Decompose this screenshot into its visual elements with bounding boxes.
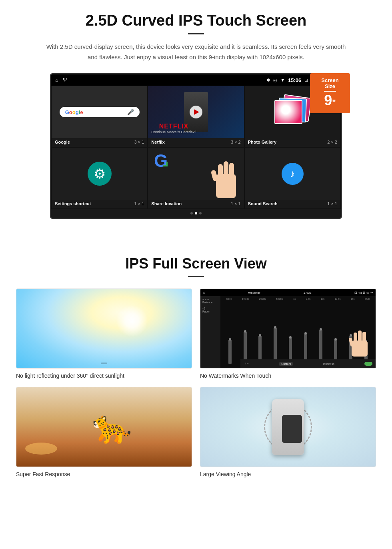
cheetah-image-box: 🐆 <box>16 387 192 467</box>
share-app-size: 1 × 1 <box>231 201 241 206</box>
settings-app-name: Settings shortcut <box>55 201 91 206</box>
sun-glow <box>116 305 148 337</box>
cheetah-shape: 🐆 <box>92 408 132 446</box>
device-screen: ⌂ Ψ ✱ ◎ ▼ 15:06 ⊡ ◁) ⊠ ▭ ↩ <box>50 73 342 219</box>
feature-cheetah: 🐆 Super Fast Response <box>16 387 192 477</box>
settings-app-size: 1 × 1 <box>134 201 144 206</box>
amp-left-panel: ≡ ≡ ≡Balance ◁)Fader <box>200 296 220 368</box>
balance-label: ≡ ≡ ≡Balance <box>202 298 218 304</box>
amp-time: 17:33 <box>304 291 312 295</box>
feature-grid: No light reflecting under 360° direct su… <box>16 289 376 477</box>
gear-icon-large <box>88 162 112 186</box>
eq-freq-labels: 60Hz100Hz200Hz500Hz1k2.5k10k12.5k15kSUB <box>220 296 376 302</box>
dots-indicator <box>51 209 341 218</box>
google-label-row: Google 3 × 1 <box>52 138 147 147</box>
gallery-app-size: 2 × 2 <box>327 140 337 144</box>
settings-content <box>52 148 147 200</box>
wifi-icon: ▼ <box>280 78 285 82</box>
sunlight-image-box <box>16 289 192 369</box>
dot-2 <box>195 212 197 214</box>
google-g-logo: G <box>154 152 170 171</box>
feature-sunlight: No light reflecting under 360° direct su… <box>16 289 192 379</box>
share-location-cell[interactable]: G <box>148 147 244 209</box>
mic-icon: 🎤 <box>127 109 134 115</box>
section2-underline <box>188 276 204 277</box>
eq-bar-7 <box>319 330 322 364</box>
svg-rect-3 <box>224 161 228 177</box>
svg-rect-2 <box>218 164 223 178</box>
amplifier-screen: ⌂ Amplifier 17:33 ⊡ ◁) ⊠ ▭ ↩ ≡ ≡ ≡Balanc… <box>200 289 376 368</box>
amplifier-caption: No Watermarks When Touch <box>200 373 376 379</box>
section1-description: With 2.5D curved-display screen, this de… <box>44 42 348 62</box>
amp-back: 〈← <box>244 362 249 366</box>
car-image <box>200 387 376 467</box>
amp-content: ≡ ≡ ≡Balance ◁)Fader 60Hz100Hz200Hz500Hz… <box>200 296 376 368</box>
feature-car: Large Viewing Angle <box>200 387 376 477</box>
amp-title: Amplifier <box>248 291 260 295</box>
fader-label: ◁)Fader <box>202 307 218 313</box>
photo-stack <box>274 96 310 128</box>
amp-bottom-bar: 〈← Custom loudness <box>240 359 376 368</box>
google-search-bar[interactable]: Google 🎤 <box>60 107 140 117</box>
netflix-info: NETFLIX Continue Marvel's Daredevil <box>151 123 196 134</box>
gallery-app-name: Photo Gallery <box>248 140 277 144</box>
sound-app-name: Sound Search <box>248 201 278 206</box>
google-app-size: 3 × 1 <box>134 140 144 144</box>
status-left: ⌂ Ψ <box>55 77 67 83</box>
badge-divider <box>324 91 336 92</box>
sound-search-cell[interactable]: ♪ Sound Search 1 × 1 <box>244 147 341 209</box>
device-mockup: Screen Size 9" ⌂ Ψ ✱ ◎ ▼ 15:06 ⊡ ◁) <box>50 73 342 219</box>
netflix-app-size: 3 × 2 <box>231 140 241 144</box>
amp-top-bar: ⌂ Amplifier 17:33 ⊡ ◁) ⊠ ▭ ↩ <box>200 289 376 296</box>
netflix-app-name: Netflix <box>151 140 165 144</box>
cheetah-caption: Super Fast Response <box>16 471 192 477</box>
badge-label: Screen Size <box>316 77 344 89</box>
svg-rect-9 <box>362 332 366 344</box>
google-logo: Google <box>65 109 83 115</box>
eq-bar-4 <box>274 328 277 364</box>
section-divider <box>16 239 376 239</box>
svg-rect-1 <box>216 174 236 198</box>
netflix-label-row: Netflix 3 × 2 <box>148 138 244 147</box>
sunlight-image <box>16 289 192 368</box>
home-icon: ⌂ <box>55 77 58 83</box>
dot-1 <box>190 212 193 214</box>
camera-icon: ⊡ <box>304 78 308 83</box>
eq-bar-1 <box>228 340 232 364</box>
cheetah-image: 🐆 <box>16 387 192 467</box>
svg-rect-7 <box>354 333 357 344</box>
gallery-label-row: Photo Gallery 2 × 2 <box>245 138 340 147</box>
play-button[interactable] <box>190 106 202 118</box>
svg-rect-8 <box>358 331 362 343</box>
pointing-hand <box>206 148 244 200</box>
netflix-content: NETFLIX Continue Marvel's Daredevil <box>148 86 244 138</box>
svg-text:G: G <box>154 152 168 170</box>
badge-size: 9" <box>316 93 344 108</box>
toggle-switch[interactable] <box>364 362 372 366</box>
car-image-box <box>200 387 376 467</box>
share-app-name: Share location <box>151 201 182 206</box>
sound-icon: ♪ <box>282 163 304 185</box>
app-grid: Google 🎤 Google 3 × 1 <box>51 86 341 209</box>
settings-label-row: Settings shortcut 1 × 1 <box>52 200 147 208</box>
share-content: G <box>148 148 244 200</box>
settings-cell[interactable]: Settings shortcut 1 × 1 <box>51 147 148 209</box>
google-cell[interactable]: Google 🎤 Google 3 × 1 <box>51 86 148 147</box>
google-content: Google 🎤 <box>52 86 147 138</box>
car-caption: Large Viewing Angle <box>200 471 376 477</box>
amp-eq-area: 60Hz100Hz200Hz500Hz1k2.5k10k12.5k15kSUB <box>220 296 376 368</box>
location-icon: ◎ <box>273 78 277 83</box>
status-time: 15:06 <box>288 77 301 83</box>
sunlight-caption: No light reflecting under 360° direct su… <box>16 373 192 379</box>
feature-amplifier: ⌂ Amplifier 17:33 ⊡ ◁) ⊠ ▭ ↩ ≡ ≡ ≡Balanc… <box>200 289 376 379</box>
touch-hand <box>348 323 372 360</box>
dot-3 <box>199 212 202 214</box>
main-title: 2.5D Curved IPS Touch Screen <box>16 12 376 29</box>
screen-size-badge: Screen Size 9" <box>310 73 350 113</box>
section-curved-screen: 2.5D Curved IPS Touch Screen With 2.5D c… <box>0 0 392 227</box>
status-bar: ⌂ Ψ ✱ ◎ ▼ 15:06 ⊡ ◁) ⊠ ▭ ↩ <box>51 74 341 86</box>
car-roof <box>282 415 302 443</box>
usb-icon: Ψ <box>63 77 67 83</box>
netflix-cell[interactable]: NETFLIX Continue Marvel's Daredevil Netf… <box>148 86 244 147</box>
loudness-label: loudness <box>323 363 334 365</box>
